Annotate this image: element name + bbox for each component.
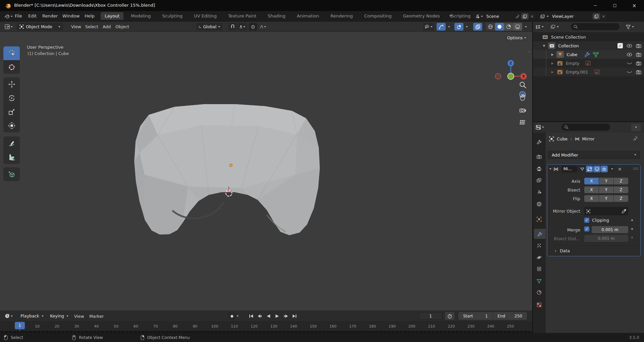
outliner-row-cube[interactable]: ▶ Cube [533,50,644,59]
tab-material[interactable] [534,287,544,297]
gizmo-x-neg-axis[interactable] [495,74,501,79]
disable-render-camera-icon[interactable] [636,61,641,66]
tab-scene[interactable] [534,186,544,197]
tab-view-layer[interactable] [534,175,544,185]
empty001-expand-arrow[interactable]: ▶ [551,71,553,74]
keying-menu[interactable]: Keying [47,312,71,320]
auto-key-button[interactable]: ● [228,312,239,320]
tab-render[interactable] [534,152,544,162]
modifier-editmode-toggle[interactable] [586,166,593,172]
breadcrumb-object[interactable]: Cube [557,136,567,141]
properties-search[interactable] [561,124,610,131]
clipping-animate-dot[interactable] [631,219,633,221]
modifier-realtime-toggle[interactable] [593,166,600,172]
sidebar-collapse-arrow[interactable]: › [529,49,530,54]
current-frame-field[interactable]: 1 [419,312,442,320]
playback-menu[interactable]: Playback [17,312,46,320]
hide-eye-icon[interactable] [627,52,632,57]
pan-view-button[interactable] [519,93,527,101]
disable-render-camera-icon[interactable] [636,52,641,57]
collection-expand-arrow[interactable]: ▼ [543,44,545,47]
breadcrumb-modifier[interactable]: Mirror [582,136,594,141]
tab-modifiers[interactable] [534,229,546,239]
timeline-editor-type-button[interactable] [3,312,15,320]
current-frame-badge[interactable]: 1 [15,322,25,329]
flip-z-button[interactable]: Z [614,195,628,202]
merge-value-field[interactable]: 0.001 m [592,226,628,233]
next-keyframe-button[interactable] [282,312,290,320]
axis-x-button[interactable]: X [584,178,599,184]
clipping-checkbox[interactable]: ✓ [584,218,589,223]
viewlayer-selector[interactable]: ViewLayer × [538,12,607,20]
close-button[interactable]: × [625,0,644,11]
outliner-row-empty-001[interactable]: ▶ Empty.001 [533,68,644,76]
play-button[interactable] [274,312,281,320]
drag-handle-icon[interactable] [633,167,638,171]
tab-output[interactable] [534,164,544,174]
modifier-extras-dropdown[interactable] [609,166,615,172]
flip-y-button[interactable]: Y [599,195,613,202]
tab-world[interactable] [534,199,544,209]
new-viewlayer-button[interactable] [593,13,600,19]
tab-tool[interactable] [534,137,544,147]
navigation-axis-gizmo[interactable]: Z X [494,45,529,80]
play-reverse-button[interactable] [265,312,272,320]
tab-constraints[interactable] [534,264,544,274]
outliner-row-collection[interactable]: ▼ Collection ✓ [533,41,644,50]
tab-particles[interactable] [534,240,544,250]
eyedropper-icon[interactable] [622,209,626,213]
tab-object[interactable] [534,214,544,224]
bisect-distance-animate-dot[interactable] [631,237,633,238]
jump-to-start-button[interactable] [247,312,255,320]
bisect-x-button[interactable]: X [584,186,599,193]
properties-options-dropdown[interactable] [631,124,641,131]
flip-x-button[interactable]: X [584,195,599,202]
jump-to-end-button[interactable] [291,312,298,320]
hide-eye-icon[interactable] [627,44,632,48]
timeline-marker-menu[interactable]: Marker [89,314,104,319]
prev-keyframe-button[interactable] [256,312,263,320]
timeline-ruler[interactable]: 1020304050607080901001101201301401501601… [0,322,532,331]
outliner-display-mode-button[interactable] [551,23,563,31]
axis-y-button[interactable]: Y [599,178,613,184]
outliner-search[interactable] [571,23,620,30]
timeline-view-menu[interactable]: View [74,314,84,319]
minimize-button[interactable]: ─ [586,0,605,11]
cube-expand-arrow[interactable]: ▶ [551,53,553,56]
camera-view-button[interactable] [519,106,527,114]
collection-checkbox[interactable]: ✓ [617,43,623,48]
viewport-3d[interactable]: Options User Perspective (1) Collection … [0,32,532,310]
outliner-row-empty[interactable]: ▶ Empty [533,59,644,68]
disable-render-camera-icon[interactable] [636,70,641,74]
pin-id-icon[interactable] [633,136,638,141]
merge-animate-dot[interactable] [631,228,633,230]
properties-editor-type-button[interactable] [536,124,549,131]
modifier-render-toggle[interactable] [601,166,608,172]
bisect-distance-field[interactable]: 0.001 m [584,235,628,242]
end-frame-field[interactable]: End 250 [493,314,527,318]
merge-checkbox[interactable]: ✓ [584,226,589,231]
bisect-z-button[interactable]: Z [614,186,628,193]
maximize-button[interactable]: ☐ [605,0,625,11]
outliner-row-scene-collection[interactable]: Scene Collection [533,33,644,41]
tab-texture[interactable] [534,300,544,310]
zoom-view-button[interactable] [519,81,527,89]
tab-physics[interactable] [534,252,544,262]
modifier-name-field[interactable]: Mi... [562,166,577,172]
remove-viewlayer-icon[interactable]: × [602,14,605,19]
mirror-object-field[interactable] [584,207,628,215]
outliner-filter-button[interactable] [626,23,639,31]
outliner-editor-type-button[interactable] [536,23,549,31]
gizmo-y-axis[interactable] [508,73,514,80]
disable-render-camera-icon[interactable] [636,44,641,48]
closed-eye-icon[interactable] [627,70,632,74]
modifier-on-cage-toggle[interactable] [579,166,586,172]
add-modifier-button[interactable]: Add Modifier [548,151,640,159]
closed-eye-icon[interactable] [627,61,632,66]
empty-expand-arrow[interactable]: ▶ [551,62,553,65]
modifier-expand-chevron[interactable] [549,168,551,170]
tab-object-data[interactable] [534,276,544,286]
axis-z-button[interactable]: Z [614,178,628,184]
use-preview-range-button[interactable] [445,312,454,320]
modifier-delete-icon[interactable]: × [618,166,622,172]
